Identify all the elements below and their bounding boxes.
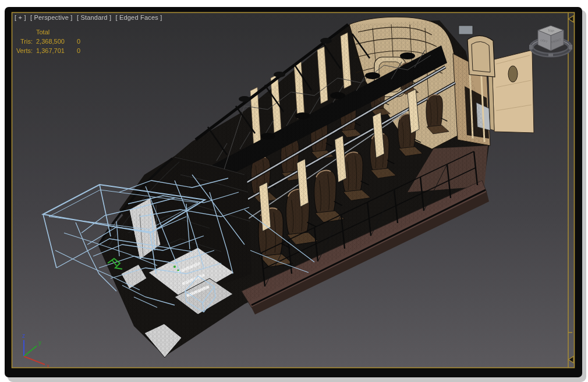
axis-y-label: y bbox=[38, 339, 41, 346]
screenshot-root: TOP FRONT LEFT z y x [ + ] [ Perspective… bbox=[0, 0, 588, 382]
viewport-shading-menu[interactable]: [ Edged Faces ] bbox=[115, 14, 162, 21]
viewport-renderer-menu[interactable]: [ Standard ] bbox=[77, 14, 111, 21]
viewport-label: [ + ] [ Perspective ] [ Standard ] [ Edg… bbox=[15, 14, 164, 21]
viewport-general-menu[interactable]: [ + ] bbox=[15, 14, 26, 21]
detached-door-panel[interactable] bbox=[488, 50, 534, 133]
viewport-pov-menu[interactable]: [ Perspective ] bbox=[30, 14, 73, 21]
viewport-canvas[interactable]: TOP FRONT LEFT z y x bbox=[0, 0, 588, 382]
axis-z-label: z bbox=[22, 333, 25, 339]
